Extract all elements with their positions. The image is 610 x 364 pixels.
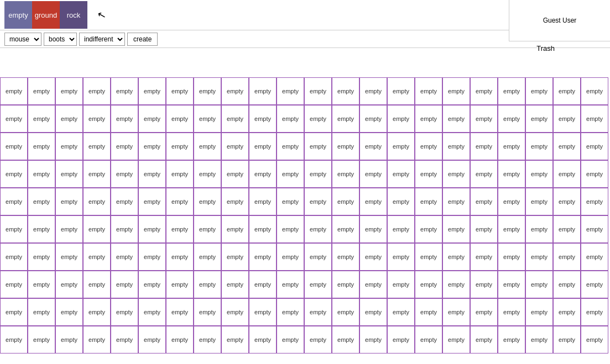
grid-cell[interactable]: empty bbox=[28, 326, 55, 354]
grid-cell[interactable]: empty bbox=[525, 298, 553, 326]
grid-cell[interactable]: empty bbox=[83, 215, 111, 243]
grid-cell[interactable]: empty bbox=[304, 77, 332, 105]
grid-cell[interactable]: empty bbox=[415, 77, 442, 105]
grid-cell[interactable]: empty bbox=[525, 160, 553, 188]
grid-cell[interactable]: empty bbox=[359, 188, 387, 215]
grid-cell[interactable]: empty bbox=[55, 215, 83, 243]
grid-cell[interactable]: empty bbox=[581, 160, 608, 188]
grid-cell[interactable]: empty bbox=[498, 326, 525, 354]
grid-cell[interactable]: empty bbox=[277, 215, 304, 243]
grid-cell[interactable]: empty bbox=[498, 105, 525, 133]
grid-cell[interactable]: empty bbox=[138, 133, 166, 160]
grid-cell[interactable]: empty bbox=[0, 188, 28, 215]
grid-cell[interactable]: empty bbox=[111, 298, 138, 326]
grid-cell[interactable]: empty bbox=[387, 298, 415, 326]
grid-cell[interactable]: empty bbox=[442, 243, 470, 271]
grid-cell[interactable]: empty bbox=[581, 133, 608, 160]
grid-cell[interactable]: empty bbox=[553, 326, 581, 354]
grid-cell[interactable]: empty bbox=[498, 77, 525, 105]
grid-cell[interactable]: empty bbox=[332, 77, 359, 105]
grid-cell[interactable]: empty bbox=[249, 188, 277, 215]
grid-cell[interactable]: empty bbox=[387, 326, 415, 354]
grid-cell[interactable]: empty bbox=[221, 105, 249, 133]
grid-cell[interactable]: empty bbox=[525, 271, 553, 298]
grid-cell[interactable]: empty bbox=[415, 160, 442, 188]
grid-cell[interactable]: empty bbox=[304, 105, 332, 133]
grid-cell[interactable]: empty bbox=[111, 160, 138, 188]
grid-cell[interactable]: empty bbox=[442, 188, 470, 215]
grid-cell[interactable]: empty bbox=[111, 133, 138, 160]
grid-cell[interactable]: empty bbox=[442, 133, 470, 160]
grid-cell[interactable]: empty bbox=[387, 215, 415, 243]
grid-cell[interactable]: empty bbox=[0, 215, 28, 243]
grid-cell[interactable]: empty bbox=[581, 271, 608, 298]
grid-cell[interactable]: empty bbox=[581, 298, 608, 326]
grid-cell[interactable]: empty bbox=[277, 326, 304, 354]
grid-cell[interactable]: empty bbox=[83, 133, 111, 160]
grid-cell[interactable]: empty bbox=[304, 298, 332, 326]
grid-cell[interactable]: empty bbox=[111, 243, 138, 271]
grid-cell[interactable]: empty bbox=[166, 77, 194, 105]
grid-cell[interactable]: empty bbox=[83, 243, 111, 271]
grid-cell[interactable]: empty bbox=[359, 160, 387, 188]
grid-cell[interactable]: empty bbox=[581, 215, 608, 243]
grid-cell[interactable]: empty bbox=[83, 271, 111, 298]
grid-cell[interactable]: empty bbox=[111, 271, 138, 298]
grid-cell[interactable]: empty bbox=[387, 271, 415, 298]
grid-cell[interactable]: empty bbox=[55, 188, 83, 215]
grid-cell[interactable]: empty bbox=[83, 326, 111, 354]
grid-cell[interactable]: empty bbox=[332, 298, 359, 326]
grid-cell[interactable]: empty bbox=[332, 188, 359, 215]
grid-cell[interactable]: empty bbox=[332, 160, 359, 188]
grid-cell[interactable]: empty bbox=[0, 133, 28, 160]
grid-cell[interactable]: empty bbox=[138, 298, 166, 326]
grid-cell[interactable]: empty bbox=[525, 105, 553, 133]
grid-cell[interactable]: empty bbox=[138, 188, 166, 215]
grid-cell[interactable]: empty bbox=[415, 105, 442, 133]
grid-cell[interactable]: empty bbox=[0, 326, 28, 354]
grid-cell[interactable]: empty bbox=[28, 188, 55, 215]
grid-cell[interactable]: empty bbox=[0, 105, 28, 133]
grid-cell[interactable]: empty bbox=[111, 77, 138, 105]
grid-cell[interactable]: empty bbox=[553, 215, 581, 243]
grid-cell[interactable]: empty bbox=[387, 133, 415, 160]
grid-cell[interactable]: empty bbox=[415, 271, 442, 298]
grid-cell[interactable]: empty bbox=[304, 188, 332, 215]
grid-cell[interactable]: empty bbox=[0, 243, 28, 271]
grid-cell[interactable]: empty bbox=[138, 271, 166, 298]
grid-cell[interactable]: empty bbox=[194, 77, 221, 105]
grid-cell[interactable]: empty bbox=[166, 326, 194, 354]
grid-cell[interactable]: empty bbox=[498, 243, 525, 271]
grid-cell[interactable]: empty bbox=[359, 298, 387, 326]
direction-select[interactable]: indifferent bbox=[79, 33, 125, 46]
grid-cell[interactable]: empty bbox=[277, 188, 304, 215]
grid-cell[interactable]: empty bbox=[470, 215, 498, 243]
grid-cell[interactable]: empty bbox=[277, 160, 304, 188]
grid-cell[interactable]: empty bbox=[249, 243, 277, 271]
grid-cell[interactable]: empty bbox=[166, 133, 194, 160]
grid-cell[interactable]: empty bbox=[249, 326, 277, 354]
grid-cell[interactable]: empty bbox=[138, 105, 166, 133]
grid-cell[interactable]: empty bbox=[304, 215, 332, 243]
grid-cell[interactable]: empty bbox=[415, 133, 442, 160]
grid-cell[interactable]: empty bbox=[304, 243, 332, 271]
grid-cell[interactable]: empty bbox=[221, 326, 249, 354]
grid-cell[interactable]: empty bbox=[442, 326, 470, 354]
grid-cell[interactable]: empty bbox=[442, 298, 470, 326]
item-select[interactable]: boots bbox=[44, 33, 77, 46]
grid-cell[interactable]: empty bbox=[525, 326, 553, 354]
grid-cell[interactable]: empty bbox=[359, 215, 387, 243]
grid-cell[interactable]: empty bbox=[332, 133, 359, 160]
grid-cell[interactable]: empty bbox=[249, 160, 277, 188]
grid-cell[interactable]: empty bbox=[525, 188, 553, 215]
grid-cell[interactable]: empty bbox=[525, 133, 553, 160]
grid-cell[interactable]: empty bbox=[166, 160, 194, 188]
tile-ground-button[interactable]: ground bbox=[32, 1, 60, 29]
grid-cell[interactable]: empty bbox=[470, 298, 498, 326]
grid-cell[interactable]: empty bbox=[194, 215, 221, 243]
grid-cell[interactable]: empty bbox=[470, 77, 498, 105]
grid-cell[interactable]: empty bbox=[470, 105, 498, 133]
grid-cell[interactable]: empty bbox=[111, 215, 138, 243]
grid-cell[interactable]: empty bbox=[304, 326, 332, 354]
grid-cell[interactable]: empty bbox=[581, 243, 608, 271]
